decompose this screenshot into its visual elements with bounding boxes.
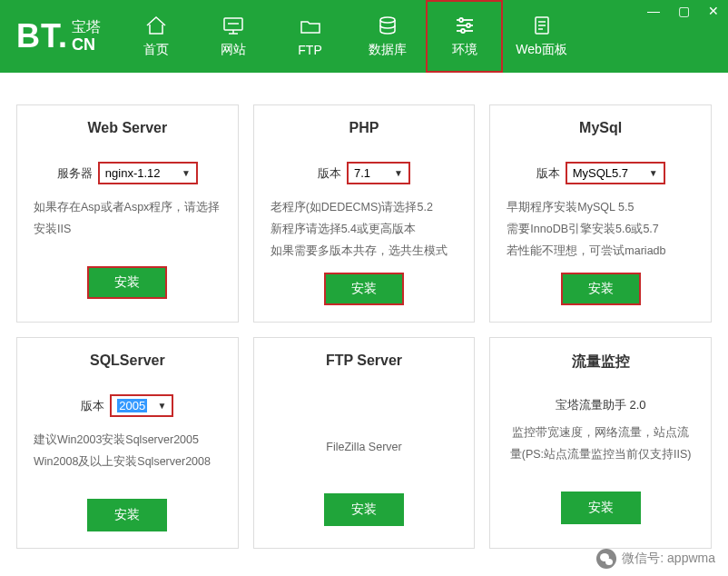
card-desc: 老程序(如DEDECMS)请选择5.2 新程序请选择5.4或更高版本 如果需要多… [267,197,462,262]
card-title: FTP Server [267,353,462,369]
logo-dot: . [58,17,68,55]
php-version-select[interactable]: 7.1 ▼ [347,162,410,184]
select-value: 2005 [117,399,147,412]
card-desc: FileZilla Server [267,424,462,482]
minimize-button[interactable]: — [644,4,664,18]
chevron-down-icon: ▼ [394,168,403,178]
web-server-select[interactable]: nginx-1.12 ▼ [98,162,198,184]
install-button[interactable]: 安装 [87,499,167,531]
card-web-server: Web Server 服务器 nginx-1.12 ▼ 如果存在Asp或者Asp… [16,104,239,323]
install-button[interactable]: 安装 [87,266,167,299]
nav-label: Web面板 [516,42,567,58]
nav-label: 网站 [221,42,246,58]
field-label: 版本 [81,398,104,414]
card-traffic: 流量监控 宝塔流量助手 2.0 监控带宽速度，网络流量，站点流量(PS:站点流量… [489,337,712,549]
field-label: 版本 [318,165,341,182]
select-value: MySQL5.7 [573,166,628,180]
footer-label: 微信号 [622,551,660,565]
nav-label: 首页 [143,42,169,58]
nav-label: 数据库 [369,42,407,58]
desc-line: 老程序(如DEDECMS)请选择5.2 [271,197,458,219]
desc-line: 需要InnoDB引擎安装5.6或5.7 [507,219,694,241]
window-controls: — ▢ ✕ [644,4,723,18]
chevron-down-icon: ▼ [157,401,166,411]
field-label: 服务器 [57,165,93,182]
desc-line: 若性能不理想，可尝试mariadb [507,241,694,263]
document-icon [529,15,555,36]
card-desc: 如果存在Asp或者Aspx程序，请选择安装IIS [30,197,225,255]
logo-text-bt: BT [16,17,58,55]
install-button[interactable]: 安装 [324,273,404,305]
card-desc: 早期程序安装MySQL 5.5 需要InnoDB引擎安装5.6或5.7 若性能不… [503,197,698,262]
card-sqlserver: SQLServer 版本 2005 ▼ 建议Win2003安装Sqlserver… [16,337,239,549]
sqlserver-version-select[interactable]: 2005 ▼ [110,394,173,417]
nav-webpanel[interactable]: Web面板 [503,0,580,73]
svg-point-4 [380,17,395,23]
footer-value: appwma [667,551,715,565]
nav-ftp[interactable]: FTP [271,0,349,73]
select-value: nginx-1.12 [105,166,161,180]
desc-line: 早期程序安装MySQL 5.5 [507,197,694,219]
install-button[interactable]: 安装 [561,492,641,524]
desc-line: Win2008及以上安装Sqlserver2008 [34,452,221,473]
desc-line: 建议Win2003安装Sqlserver2005 [34,430,221,452]
folder-icon [298,15,323,37]
card-title: SQLServer [30,353,225,369]
card-title: PHP [267,120,462,136]
svg-point-6 [459,18,463,22]
install-button[interactable]: 安装 [561,273,641,305]
mysql-version-select[interactable]: MySQL5.7 ▼ [566,162,665,184]
logo-text-top: 宝塔 [72,20,101,35]
content-grid: Web Server 服务器 nginx-1.12 ▼ 如果存在Asp或者Asp… [0,73,728,549]
desc-line: 如果需要多版本共存，选共生模式 [271,241,458,263]
card-php: PHP 版本 7.1 ▼ 老程序(如DEDECMS)请选择5.2 新程序请选择5… [253,104,476,323]
svg-point-10 [461,29,465,33]
footer-wechat: 微信号: appwma [596,549,715,569]
chevron-down-icon: ▼ [649,168,658,178]
install-button[interactable]: 安装 [324,493,404,526]
nav-site[interactable]: 网站 [194,0,271,73]
app-header: BT. 宝塔 CN 首页 网站 FTP 数 [0,0,728,73]
home-icon [143,15,169,36]
field-label: 版本 [536,165,560,182]
sliders-icon [452,15,477,36]
card-desc: 监控带宽速度，网络流量，站点流量(PS:站点流量监控当前仅支持IIS) [503,422,698,481]
nav-label: 环境 [452,42,477,58]
svg-point-8 [467,24,470,27]
desc-line: 新程序请选择5.4或更高版本 [271,219,458,241]
nav-environment[interactable]: 环境 [426,0,503,73]
card-title: MySql [503,120,698,136]
close-button[interactable]: ✕ [704,4,723,18]
chevron-down-icon: ▼ [182,168,191,178]
maximize-button[interactable]: ▢ [674,4,694,18]
database-icon [375,15,400,36]
nav-home[interactable]: 首页 [117,0,194,73]
wechat-icon [596,549,616,569]
card-title: Web Server [30,120,225,136]
card-title: 流量监控 [503,353,698,372]
monitor-icon [221,15,246,36]
select-value: 7.1 [354,166,370,180]
card-subtitle: 宝塔流量助手 2.0 [503,397,698,413]
card-mysql: MySql 版本 MySQL5.7 ▼ 早期程序安装MySQL 5.5 需要In… [489,104,712,323]
nav-label: FTP [298,43,321,57]
logo-text-bot: CN [72,36,101,53]
nav-database[interactable]: 数据库 [349,0,426,73]
nav-bar: 首页 网站 FTP 数据库 环境 [117,0,580,73]
logo: BT. 宝塔 CN [0,0,117,73]
card-ftp-server: FTP Server FileZilla Server 安装 [253,337,476,549]
card-desc: 建议Win2003安装Sqlserver2005 Win2008及以上安装Sql… [30,430,225,488]
